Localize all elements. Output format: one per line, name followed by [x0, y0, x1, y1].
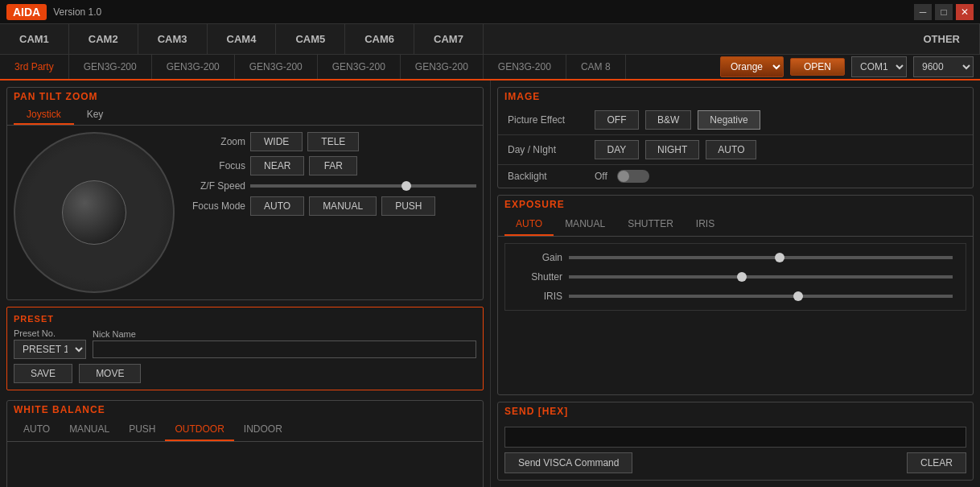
preset-move-button[interactable]: MOVE [79, 364, 141, 383]
cam-tab-cam4[interactable]: CAM4 [208, 24, 277, 54]
gain-slider[interactable] [569, 256, 953, 259]
wb-tab-manual[interactable]: MANUAL [60, 419, 119, 441]
focus-row: Focus NEAR FAR [181, 156, 476, 175]
cam-tab-cam7[interactable]: CAM7 [414, 24, 484, 54]
titlebar-left: AIDA Version 1.0 [6, 4, 101, 20]
focus-mode-row: Focus Mode AUTO MANUAL PUSH [181, 196, 476, 216]
zf-speed-slider-container [250, 184, 476, 188]
sub-tab-gen1[interactable]: GEN3G-200 [69, 55, 152, 79]
cam-tab-cam5[interactable]: CAM5 [276, 24, 345, 54]
sub-tab-gen2[interactable]: GEN3G-200 [152, 55, 235, 79]
dn-auto-button[interactable]: AUTO [706, 140, 756, 159]
sub-tab-gen3[interactable]: GEN3G-200 [235, 55, 318, 79]
zf-speed-label: Z/F Speed [181, 180, 245, 192]
day-button[interactable]: DAY [595, 140, 639, 159]
exposure-body: Gain Shutter IRIS [498, 237, 973, 317]
zf-speed-row: Z/F Speed [181, 180, 476, 192]
preset-number-select[interactable]: PRESET 1 PRESET 2 PRESET 3 PRESET 4 PRES… [14, 340, 86, 359]
focus-auto-button[interactable]: AUTO [250, 196, 304, 216]
cam-tab-cam1[interactable]: CAM1 [0, 24, 69, 54]
picture-effect-row: Picture Effect OFF B&W Negative [498, 105, 973, 135]
ptz-tab-joystick[interactable]: Joystick [14, 105, 74, 125]
zoom-row: Zoom WIDE TELE [181, 132, 476, 151]
exposure-tab-manual[interactable]: MANUAL [554, 213, 616, 236]
effect-negative-button[interactable]: Negative [698, 110, 760, 130]
near-button[interactable]: NEAR [250, 156, 304, 175]
close-button[interactable]: ✕ [956, 4, 974, 20]
sub-tab-gen4[interactable]: GEN3G-200 [318, 55, 401, 79]
preset-save-button[interactable]: SAVE [14, 364, 72, 383]
far-button[interactable]: FAR [309, 156, 357, 175]
main-content: PAN TILT ZOOM Joystick Key Zoom WIDE TEL… [0, 80, 980, 487]
cam-tabs: CAM1 CAM2 CAM3 CAM4 CAM5 CAM6 CAM7 OTHER [0, 24, 980, 55]
version-label: Version 1.0 [53, 6, 101, 18]
preset-actions: SAVE MOVE [14, 364, 476, 383]
zf-speed-slider[interactable] [250, 184, 476, 188]
preset-name-input[interactable] [93, 340, 476, 358]
send-hex-section: SEND [HEX] Send VISCA Command CLEAR [497, 402, 974, 481]
wb-tab-indoor[interactable]: INDOOR [234, 419, 292, 441]
toggle-thumb [618, 171, 629, 182]
open-button[interactable]: OPEN [790, 58, 845, 76]
wb-tab-push[interactable]: PUSH [119, 419, 165, 441]
tele-button[interactable]: TELE [307, 132, 359, 151]
ptz-tab-key[interactable]: Key [74, 105, 117, 125]
iris-slider[interactable] [569, 295, 953, 298]
exposure-tab-shutter[interactable]: SHUTTER [616, 213, 685, 236]
left-panel: PAN TILT ZOOM Joystick Key Zoom WIDE TEL… [0, 80, 491, 487]
sub-tab-row: 3rd Party GEN3G-200 GEN3G-200 GEN3G-200 … [0, 55, 980, 80]
backlight-toggle[interactable] [617, 170, 649, 183]
picture-effect-label: Picture Effect [508, 114, 588, 126]
hex-body: Send VISCA Command CLEAR [498, 420, 973, 480]
day-night-label: Day / NIght [508, 144, 588, 155]
sub-tab-3rdparty[interactable]: 3rd Party [0, 55, 69, 79]
preset-name-label: Nick Name [93, 329, 157, 339]
cam-tab-cam6[interactable]: CAM6 [345, 24, 414, 54]
hex-input[interactable] [504, 427, 966, 448]
sub-tab-cam8[interactable]: CAM 8 [566, 55, 626, 79]
maximize-button[interactable]: □ [935, 4, 953, 20]
exposure-tab-auto[interactable]: AUTO [504, 213, 554, 236]
right-panel: IMAGE Picture Effect OFF B&W Negative Da… [491, 80, 980, 487]
effect-bw-button[interactable]: B&W [645, 110, 691, 130]
backlight-row: Backlight Off [498, 165, 973, 188]
gain-label: Gain [518, 252, 562, 263]
cam-tab-other[interactable]: OTHER [904, 24, 981, 54]
clear-button[interactable]: CLEAR [907, 452, 966, 473]
iris-row: IRIS [518, 291, 953, 302]
minimize-button[interactable]: ─ [914, 4, 932, 20]
preset-inputs-row: Preset No. PRESET 1 PRESET 2 PRESET 3 PR… [14, 328, 476, 359]
image-section: IMAGE Picture Effect OFF B&W Negative Da… [497, 87, 974, 188]
wb-tab-outdoor[interactable]: OUTDOOR [165, 419, 233, 441]
baud-rate-select[interactable]: 9600 38400 115200 [913, 56, 974, 77]
image-title: IMAGE [498, 88, 973, 105]
backlight-label: Backlight [508, 171, 588, 182]
ptz-section: PAN TILT ZOOM Joystick Key Zoom WIDE TEL… [6, 87, 484, 300]
focus-label: Focus [181, 160, 245, 171]
wb-tab-auto[interactable]: AUTO [14, 419, 60, 441]
send-visca-button[interactable]: Send VISCA Command [504, 452, 632, 473]
effect-off-button[interactable]: OFF [595, 110, 639, 130]
joystick[interactable] [14, 132, 175, 293]
cam-tab-cam2[interactable]: CAM2 [69, 24, 138, 54]
exposure-title: EXPOSURE [498, 196, 973, 213]
shutter-slider[interactable] [569, 275, 953, 279]
window-controls: ─ □ ✕ [914, 4, 974, 20]
color-select[interactable]: Orange [720, 56, 784, 77]
focus-push-button[interactable]: PUSH [381, 196, 435, 216]
joystick-ball [62, 180, 126, 245]
sub-tab-gen5[interactable]: GEN3G-200 [401, 55, 484, 79]
night-button[interactable]: NIGHT [645, 140, 699, 159]
exposure-tab-iris[interactable]: IRIS [685, 213, 726, 236]
com-port-select[interactable]: COM1 COM2 COM3 [851, 56, 907, 77]
wide-button[interactable]: WIDE [250, 132, 303, 151]
sub-tab-gen6[interactable]: GEN3G-200 [484, 55, 566, 79]
wb-tabs: AUTO MANUAL PUSH OUTDOOR INDOOR [7, 419, 483, 442]
focus-mode-label: Focus Mode [181, 200, 245, 212]
exposure-tabs: AUTO MANUAL SHUTTER IRIS [498, 213, 973, 237]
connection-controls: Orange OPEN COM1 COM2 COM3 9600 38400 11… [720, 56, 980, 77]
focus-manual-button[interactable]: MANUAL [309, 196, 377, 216]
white-balance-section: WHITE BALANCE AUTO MANUAL PUSH OUTDOOR I… [6, 400, 484, 487]
cam-tab-cam3[interactable]: CAM3 [138, 24, 208, 54]
exposure-sliders: Gain Shutter IRIS [504, 243, 966, 311]
